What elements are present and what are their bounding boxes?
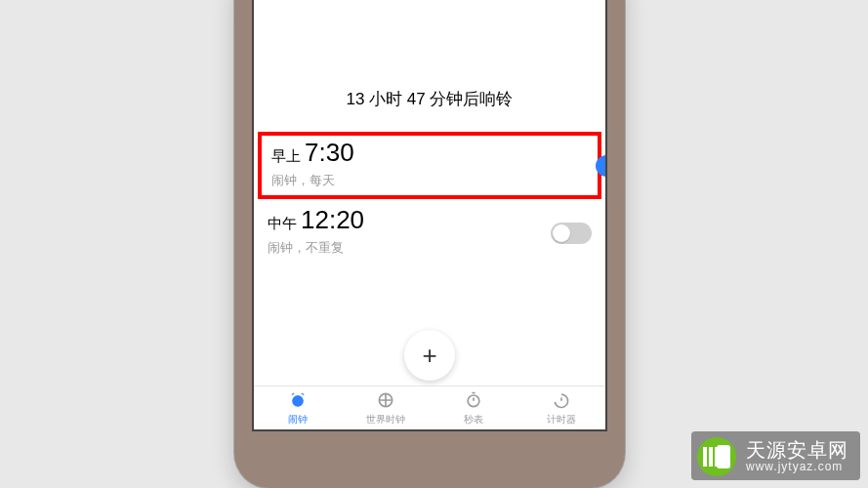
tabbar: 闹钟 世界时钟 秒表 计时器 xyxy=(254,386,605,429)
alarm-period: 中午 xyxy=(268,215,297,233)
alarm-icon xyxy=(288,390,308,412)
globe-icon xyxy=(376,390,395,412)
tab-label: 秒表 xyxy=(464,413,483,427)
alarm-subtitle: 闹钟，不重复 xyxy=(268,239,592,257)
tab-timer[interactable]: 计时器 xyxy=(517,386,605,429)
alarm-subtitle: 闹钟，每天 xyxy=(271,172,588,189)
watermark-title: 天源安卓网 xyxy=(746,439,848,461)
current-time-display: 傍晚 6:12:02 xyxy=(254,0,605,4)
plus-icon: + xyxy=(422,341,436,371)
screen: 傍晚 6:12:02 13 小时 47 分钟后响铃 早上 7:30 闹钟，每天 … xyxy=(252,0,607,431)
alarm-period: 早上 xyxy=(271,147,301,166)
tab-world-clock[interactable]: 世界时钟 xyxy=(342,386,430,429)
stopwatch-icon xyxy=(464,390,483,412)
tab-label: 闹钟 xyxy=(288,413,308,427)
clock-time: 6:12:02 xyxy=(346,0,561,4)
tab-label: 世界时钟 xyxy=(366,413,405,427)
alarms-list: 早上 7:30 闹钟，每天 中午 12:20 闹钟，不重复 xyxy=(254,132,605,266)
add-alarm-button[interactable]: + xyxy=(404,330,455,381)
watermark-url: www.jytyaz.com xyxy=(746,461,848,473)
alarm-time: 12:20 xyxy=(301,205,364,235)
alarm-time: 7:30 xyxy=(305,138,354,168)
watermark-logo-icon xyxy=(697,437,736,476)
timer-icon xyxy=(552,390,571,412)
tab-label: 计时器 xyxy=(547,413,576,427)
svg-point-0 xyxy=(292,395,304,407)
phone-frame: 傍晚 6:12:02 13 小时 47 分钟后响铃 早上 7:30 闹钟，每天 … xyxy=(234,0,625,488)
next-ring-label: 13 小时 47 分钟后响铃 xyxy=(254,88,605,110)
alarm-toggle[interactable] xyxy=(596,155,607,177)
tab-alarm[interactable]: 闹钟 xyxy=(254,386,342,429)
alarm-toggle[interactable] xyxy=(551,223,592,244)
watermark: 天源安卓网 www.jytyaz.com xyxy=(691,431,860,480)
alarm-row[interactable]: 中午 12:20 闹钟，不重复 xyxy=(254,199,605,266)
alarm-row[interactable]: 早上 7:30 闹钟，每天 xyxy=(258,132,601,199)
tab-stopwatch[interactable]: 秒表 xyxy=(430,386,517,429)
